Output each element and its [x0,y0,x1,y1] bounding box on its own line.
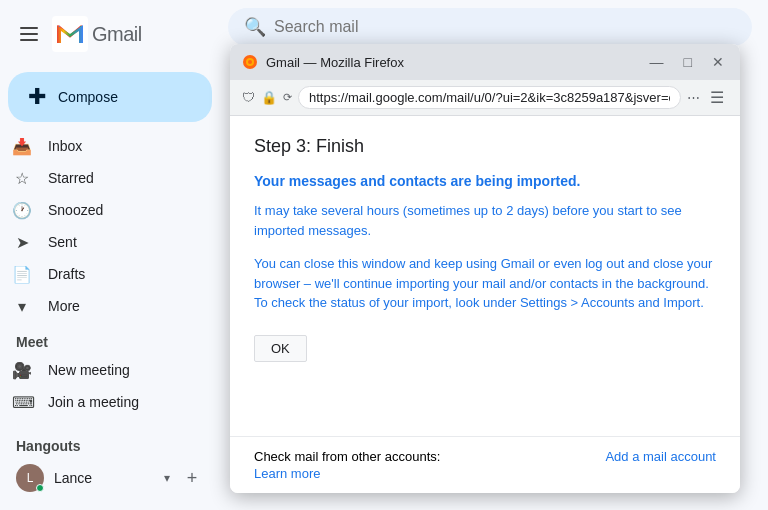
sidebar-item-sent[interactable]: ➤ Sent [0,226,204,258]
check-mail-left: Check mail from other accounts: Learn mo… [254,449,440,481]
browser-favicon [242,54,258,70]
search-icon: 🔍 [244,16,266,38]
step-title: Step 3: Finish [254,136,716,157]
address-bar-input[interactable] [298,86,681,109]
search-bar: 🔍 [228,8,752,46]
sidebar-item-drafts-label: Drafts [48,266,188,282]
gmail-m-icon [52,16,88,52]
inbox-icon: 📥 [12,137,32,156]
browser-content: Step 3: Finish Your messages and contact… [230,116,740,436]
video-icon: 🎥 [12,361,32,380]
reload-icon: ⟳ [283,91,292,104]
sidebar-item-drafts[interactable]: 📄 Drafts [0,258,204,290]
chevron-down-icon: ▾ [12,297,32,316]
meet-section-label: Meet [0,322,220,354]
compose-label: Compose [58,89,118,105]
browser-close-button[interactable]: ✕ [708,52,728,72]
check-mail-label: Check mail from other accounts: [254,449,440,464]
import-para1: It may take several hours (sometimes up … [254,201,716,240]
online-status-dot [36,484,44,492]
add-hangout-button[interactable]: + [180,466,204,490]
sidebar-item-snoozed[interactable]: 🕐 Snoozed [0,194,204,226]
browser-footer: Check mail from other accounts: Learn mo… [230,436,740,493]
check-mail-row: Check mail from other accounts: Learn mo… [254,449,716,481]
browser-maximize-button[interactable]: □ [680,52,696,72]
hangouts-user-name: Lance [54,470,154,486]
browser-window: Gmail — Mozilla Firefox — □ ✕ 🛡 🔒 ⟳ ⋯ ☰ … [230,44,740,493]
keyboard-icon: ⌨ [12,393,32,412]
main-content: 🔍 Gmail — Mozilla Firefox — □ ✕ 🛡 🔒 ⟳ [220,0,768,510]
add-account-link[interactable]: Add a mail account [605,449,716,464]
shield-icon: 🛡 [242,90,255,105]
import-para2: You can close this window and keep using… [254,254,716,313]
browser-window-controls: — □ ✕ [646,52,728,72]
more-options-icon[interactable]: ⋯ [687,90,700,105]
browser-menu-button[interactable]: ☰ [706,86,728,109]
sidebar-item-more-label: More [48,298,188,314]
sidebar-item-snoozed-label: Snoozed [48,202,188,218]
browser-tab-title: Gmail — Mozilla Firefox [266,55,638,70]
sidebar-item-new-meeting[interactable]: 🎥 New meeting [0,354,204,386]
sidebar-item-starred-label: Starred [48,170,188,186]
sidebar-item-starred[interactable]: ☆ Starred [0,162,204,194]
send-icon: ➤ [12,233,32,252]
sidebar-item-inbox[interactable]: 📥 Inbox [0,130,204,162]
lock-icon: 🔒 [261,90,277,105]
hangouts-dropdown-icon[interactable]: ▾ [164,471,170,485]
compose-button[interactable]: ✚ Compose [8,72,212,122]
avatar: L [16,464,44,492]
avatar-initial: L [27,471,34,485]
learn-more-link[interactable]: Learn more [254,466,440,481]
gmail-logo: Gmail [52,16,142,52]
browser-titlebar: Gmail — Mozilla Firefox — □ ✕ [230,44,740,80]
clock-icon: 🕐 [12,201,32,220]
browser-addressbar: 🛡 🔒 ⟳ ⋯ ☰ [230,80,740,116]
join-meeting-label: Join a meeting [48,394,188,410]
hamburger-menu-button[interactable] [16,23,42,45]
hangouts-section-label: Hangouts [0,426,220,458]
search-input[interactable] [274,18,736,36]
browser-minimize-button[interactable]: — [646,52,668,72]
star-icon: ☆ [12,169,32,188]
drafts-icon: 📄 [12,265,32,284]
import-heading: Your messages and contacts are being imp… [254,173,716,189]
hangouts-section: Hangouts L Lance ▾ + [0,426,220,498]
svg-point-6 [248,60,252,64]
sidebar-item-join-meeting[interactable]: ⌨ Join a meeting [0,386,204,418]
sidebar-item-more[interactable]: ▾ More [0,290,204,322]
hangouts-user-item[interactable]: L Lance ▾ + [0,458,220,498]
gmail-text: Gmail [92,23,142,46]
ok-button[interactable]: OK [254,335,307,362]
sidebar-item-sent-label: Sent [48,234,188,250]
new-meeting-label: New meeting [48,362,188,378]
header-row: Gmail [0,8,220,68]
sidebar-item-inbox-label: Inbox [48,138,188,154]
sidebar: Gmail ✚ Compose 📥 Inbox ☆ Starred 🕐 Snoo… [0,0,220,510]
compose-plus-icon: ✚ [28,86,46,108]
